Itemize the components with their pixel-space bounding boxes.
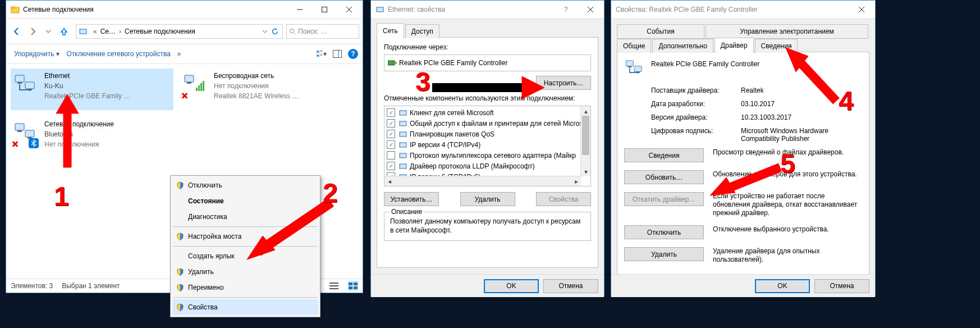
ok-button[interactable]: OK	[755, 279, 810, 293]
recent-dropdown-button[interactable]	[41, 24, 56, 39]
driver-properties-window: Свойства: Realtek PCIe GBE Family Contro…	[611, 0, 876, 297]
checkbox[interactable]: ✓	[387, 119, 395, 127]
close-button[interactable]	[337, 1, 361, 18]
tab-advanced[interactable]: Дополнительно	[652, 39, 713, 53]
checkbox[interactable]: ✓	[387, 140, 395, 149]
ctx-properties[interactable]: Свойства	[172, 299, 318, 315]
connection-adapter: Realtek 8821AE Wireless …	[214, 91, 299, 101]
components-list[interactable]: ✓Клиент для сетей Microsoft✓Общий доступ…	[384, 106, 591, 186]
connection-adapter: Realtek PCIe GBE Family …	[44, 91, 130, 101]
rollback-driver-desc: Если устройство не работает после обновл…	[713, 192, 862, 217]
wifi-icon	[182, 72, 209, 99]
disable-device-button[interactable]: Отключить	[624, 225, 704, 239]
tab-driver[interactable]: Драйвер	[715, 38, 754, 53]
svg-rect-6	[80, 29, 86, 34]
connections-area[interactable]: Ethernet Ku-Ku Realtek PCIe GBE Family ……	[6, 64, 363, 266]
separator	[173, 246, 317, 247]
ctx-bridge[interactable]: Настройка моста	[172, 229, 318, 244]
tab-network[interactable]: Сеть	[377, 23, 404, 38]
close-button[interactable]	[849, 1, 874, 18]
properties-button[interactable]: Свойства	[536, 192, 591, 206]
component-item[interactable]: ✓IP версии 4 (TCP/IPv4)	[384, 139, 590, 150]
dialog-footer: OK Отмена	[371, 274, 604, 297]
component-icon	[399, 151, 407, 160]
address-bar[interactable]: « Се… › Сетевые подключения	[76, 24, 283, 39]
svg-rect-32	[349, 283, 352, 285]
svg-rect-20	[187, 82, 191, 84]
disable-device-button[interactable]: Отключение сетевого устройства	[63, 50, 173, 58]
forward-button[interactable]	[25, 24, 40, 39]
component-label: Драйвер протокола LLDP (Майкрософт)	[410, 162, 535, 170]
connection-name: Беспроводная сеть	[214, 71, 299, 81]
svg-rect-40	[395, 62, 397, 64]
breadcrumb-seg[interactable]: Се…	[99, 28, 117, 35]
titlebar[interactable]: Сетевые подключения	[6, 1, 363, 19]
svg-rect-50	[626, 61, 633, 66]
checkbox[interactable]: ✓	[387, 130, 395, 138]
component-item[interactable]: ✓Драйвер протокола LLDP (Майкрософт)	[384, 161, 590, 171]
cancel-button[interactable]: Отмена	[543, 279, 598, 293]
titlebar[interactable]: Свойства: Realtek PCIe GBE Family Contro…	[611, 1, 875, 19]
up-button[interactable]	[57, 24, 71, 39]
component-item[interactable]: ✓Клиент для сетей Microsoft	[384, 107, 590, 118]
cancel-button[interactable]: Отмена	[814, 279, 869, 293]
ctx-status[interactable]: Состояние	[172, 193, 318, 209]
remove-button[interactable]: Удалить	[460, 192, 515, 206]
minimize-button[interactable]	[287, 1, 312, 18]
connection-wifi[interactable]: Беспроводная сеть Нет подключения Realte…	[180, 69, 343, 110]
adapter-field: Realtek PCIe GBE Family Controller	[384, 54, 591, 71]
refresh-button[interactable]	[270, 26, 280, 37]
svg-rect-22	[198, 85, 200, 91]
maximize-button[interactable]	[312, 1, 337, 18]
uninstall-driver-button[interactable]: Удалить	[624, 247, 704, 261]
component-item[interactable]: Протокол мультиплексора сетевого адаптер…	[384, 150, 590, 161]
search-placeholder: Поиск: …	[298, 28, 327, 35]
horizontal-scrollbar[interactable]: ◂ ▸	[384, 176, 581, 186]
help-button[interactable]: ?	[348, 49, 358, 59]
ctx-delete[interactable]: Удалить	[172, 264, 318, 280]
large-icons-view-button[interactable]	[348, 281, 358, 291]
checkbox[interactable]	[387, 151, 395, 160]
component-item[interactable]: ✓Планировщик пакетов QoS	[384, 129, 590, 139]
preview-pane-button[interactable]	[332, 49, 342, 59]
connection-ethernet[interactable]: Ethernet Ku-Ku Realtek PCIe GBE Family …	[11, 69, 173, 110]
svg-rect-26	[25, 130, 34, 137]
ctx-disable[interactable]: Отключить	[172, 177, 318, 193]
checkbox[interactable]: ✓	[387, 108, 395, 117]
svg-rect-34	[349, 286, 352, 289]
close-button[interactable]	[578, 1, 603, 18]
tab-general[interactable]: Общие	[617, 39, 651, 53]
connection-bluetooth[interactable]: Сетевое подключение Bluetooth Нет подклю…	[11, 117, 173, 158]
tab-power[interactable]: Управление электропитанием	[706, 24, 868, 39]
search-input[interactable]: Поиск: …	[286, 24, 359, 39]
ok-button[interactable]: OK	[484, 279, 539, 293]
label-connect-via: Подключение через:	[384, 43, 591, 51]
uninstall-driver-desc: Удаление драйвера (для опытных пользоват…	[713, 247, 862, 264]
more-commands-button[interactable]: »	[174, 50, 185, 58]
organize-menu[interactable]: Упорядочить▾	[11, 50, 63, 58]
rollback-driver-button[interactable]: Откатить драйвер…	[624, 192, 704, 206]
svg-rect-36	[377, 7, 383, 12]
component-label: IP версии 4 (TCP/IPv4)	[410, 141, 480, 149]
tab-access[interactable]: Доступ	[405, 24, 439, 38]
tab-details[interactable]: Сведения	[755, 39, 798, 53]
component-item[interactable]: ✓Общий доступ к файлам и принтерам для с…	[384, 118, 590, 129]
checkbox[interactable]: ✓	[387, 162, 395, 170]
titlebar[interactable]: Ethernet: свойства ?	[371, 1, 604, 19]
back-button[interactable]	[10, 24, 24, 39]
ctx-diagnostics[interactable]: Диагностика	[172, 209, 318, 225]
view-mode-button[interactable]: ▾	[317, 49, 327, 59]
update-driver-button[interactable]: Обновить…	[624, 170, 704, 184]
tab-events[interactable]: События	[617, 24, 704, 39]
address-dropdown-button[interactable]	[260, 26, 270, 37]
vertical-scrollbar[interactable]: ▴ ▾	[580, 106, 590, 176]
configure-button[interactable]: Настроить…	[536, 76, 591, 90]
driver-details-button[interactable]: Сведения	[624, 148, 704, 162]
help-button[interactable]: ?	[553, 1, 578, 18]
details-view-button[interactable]	[329, 281, 339, 291]
separator	[173, 226, 317, 227]
breadcrumb-seg[interactable]: Сетевые подключения	[123, 28, 196, 35]
ctx-rename[interactable]: Переимено	[172, 280, 318, 295]
ctx-shortcut[interactable]: Создать ярлык	[172, 248, 318, 264]
install-button[interactable]: Установить…	[384, 192, 439, 206]
